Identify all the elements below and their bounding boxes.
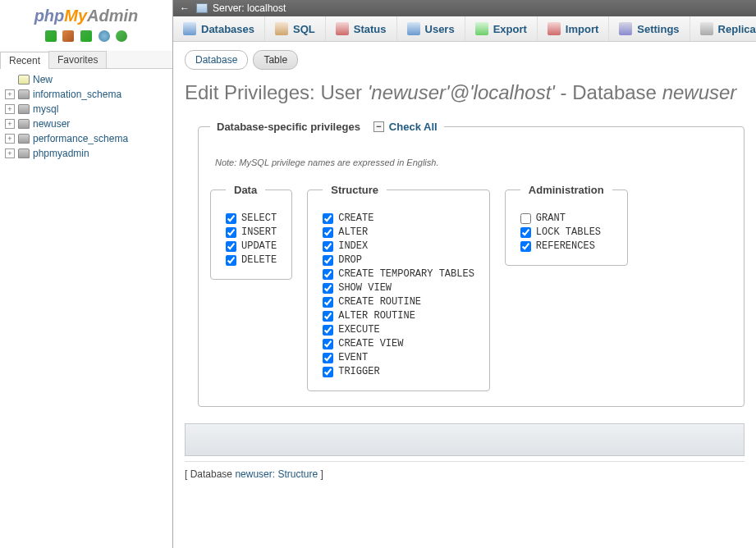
menu-sql[interactable]: SQL [265, 16, 326, 41]
privilege-label: UPDATE [241, 240, 277, 252]
expand-icon[interactable]: + [5, 119, 15, 129]
subtab-table[interactable]: Table [253, 50, 298, 70]
privilege-checkbox[interactable] [323, 241, 333, 252]
group-administration-legend: Administration [520, 184, 612, 196]
fieldset-legend: Database-specific privileges − Check All [210, 121, 444, 133]
privilege-create-view[interactable]: CREATE VIEW [323, 338, 474, 349]
privilege-drop[interactable]: DROP [323, 254, 474, 266]
privilege-label: EVENT [338, 352, 368, 363]
tree-label: information_schema [33, 89, 121, 100]
submit-band [185, 423, 745, 456]
note: Note: MySQL privilege names are expresse… [215, 158, 732, 167]
menu-export[interactable]: Export [465, 16, 538, 41]
privilege-grant[interactable]: GRANT [520, 212, 612, 224]
privilege-show-view[interactable]: SHOW VIEW [323, 282, 474, 294]
privilege-index[interactable]: INDEX [323, 240, 474, 252]
privilege-checkbox[interactable] [520, 241, 531, 252]
menu-databases[interactable]: Databases [173, 16, 265, 41]
privilege-checkbox[interactable] [323, 255, 333, 266]
privilege-select[interactable]: SELECT [226, 212, 277, 224]
privilege-checkbox[interactable] [520, 213, 531, 224]
docs-icon[interactable] [80, 30, 92, 42]
sidebar: phpMyAdmin Recent Favorites New+informat… [0, 0, 173, 548]
privilege-checkbox[interactable] [226, 241, 236, 252]
import-icon [548, 22, 561, 35]
privilege-checkbox[interactable] [323, 311, 333, 322]
privilege-checkbox[interactable] [520, 227, 531, 238]
privilege-checkbox[interactable] [226, 213, 236, 224]
tree-item-information_schema[interactable]: +information_schema [2, 87, 171, 102]
menu-import[interactable]: Import [538, 16, 609, 41]
logo[interactable]: phpMyAdmin [0, 0, 172, 29]
privileges-fieldset: Database-specific privileges − Check All… [198, 121, 745, 407]
status-icon [336, 22, 349, 35]
privilege-checkbox[interactable] [323, 227, 333, 238]
quick-icons [0, 29, 172, 51]
privilege-label: INDEX [338, 240, 368, 252]
logo-my: My [64, 7, 87, 25]
privilege-checkbox[interactable] [226, 227, 236, 238]
tree-item-newuser[interactable]: +newuser [2, 116, 171, 131]
privilege-execute[interactable]: EXECUTE [323, 324, 474, 336]
tab-favorites[interactable]: Favorites [48, 51, 107, 68]
menu-users[interactable]: Users [397, 16, 465, 41]
privilege-event[interactable]: EVENT [323, 352, 474, 363]
privilege-checkbox[interactable] [323, 297, 333, 308]
reload-icon[interactable] [116, 30, 127, 42]
subtab-database[interactable]: Database [185, 50, 248, 70]
tree-item-performance_schema[interactable]: +performance_schema [2, 131, 171, 146]
collapse-nav-icon[interactable]: ← [180, 2, 190, 14]
privilege-checkbox[interactable] [323, 283, 333, 294]
privilege-create[interactable]: CREATE [323, 212, 474, 224]
expand-icon[interactable]: + [5, 89, 15, 99]
expand-icon[interactable]: + [5, 148, 15, 158]
logout-icon[interactable] [62, 30, 74, 42]
privilege-checkbox[interactable] [323, 353, 333, 363]
privilege-checkbox[interactable] [226, 255, 236, 266]
tree-item-phpmyadmin[interactable]: +phpmyadmin [2, 146, 171, 161]
nav-settings-icon[interactable] [99, 30, 110, 42]
menu-replication[interactable]: Replication [690, 16, 756, 41]
privilege-references[interactable]: REFERENCES [520, 240, 612, 252]
privilege-create-routine[interactable]: CREATE ROUTINE [323, 296, 474, 308]
subtabs: Database Table [185, 50, 745, 70]
tree-label: performance_schema [33, 133, 128, 144]
topbar: ← Server: localhost [173, 0, 756, 16]
server-icon [196, 3, 208, 13]
group-data-legend: Data [226, 184, 265, 196]
title-prefix: Edit Privileges: User [185, 81, 368, 103]
home-icon[interactable] [45, 30, 57, 42]
privilege-checkbox[interactable] [323, 269, 333, 280]
privilege-delete[interactable]: DELETE [226, 254, 277, 266]
privilege-label: GRANT [536, 212, 566, 224]
privilege-checkbox[interactable] [323, 367, 333, 377]
privilege-alter-routine[interactable]: ALTER ROUTINE [323, 310, 474, 322]
privilege-label: CREATE TEMPORARY TABLES [338, 268, 474, 280]
tree-item-New[interactable]: New [2, 72, 171, 87]
privilege-checkbox[interactable] [323, 325, 333, 336]
privilege-trigger[interactable]: TRIGGER [323, 366, 474, 377]
tree-item-mysql[interactable]: +mysql [2, 102, 171, 116]
footer-link[interactable]: newuser: Structure [235, 468, 318, 480]
privilege-label: CREATE VIEW [338, 338, 403, 349]
privilege-checkbox[interactable] [323, 213, 333, 224]
tree-label: newuser [33, 118, 70, 130]
menu-status[interactable]: Status [326, 16, 397, 41]
tab-recent[interactable]: Recent [0, 52, 49, 69]
menu-settings[interactable]: Settings [609, 16, 690, 41]
server-label[interactable]: Server: localhost [213, 2, 286, 14]
check-all-link[interactable]: Check All [389, 121, 438, 133]
privilege-alter[interactable]: ALTER [323, 226, 474, 238]
privilege-insert[interactable]: INSERT [226, 226, 277, 238]
tree-label: phpmyadmin [33, 148, 89, 159]
privilege-update[interactable]: UPDATE [226, 240, 277, 252]
privilege-create-temporary-tables[interactable]: CREATE TEMPORARY TABLES [323, 268, 474, 280]
db-tree: New+information_schema+mysql+newuser+per… [0, 69, 172, 164]
privilege-label: REFERENCES [536, 240, 595, 252]
menu-label: SQL [293, 23, 315, 35]
expand-icon[interactable]: + [5, 104, 15, 114]
collapse-icon[interactable]: − [373, 121, 384, 132]
expand-icon[interactable]: + [5, 134, 15, 144]
privilege-checkbox[interactable] [323, 339, 333, 349]
privilege-lock-tables[interactable]: LOCK TABLES [520, 226, 612, 238]
